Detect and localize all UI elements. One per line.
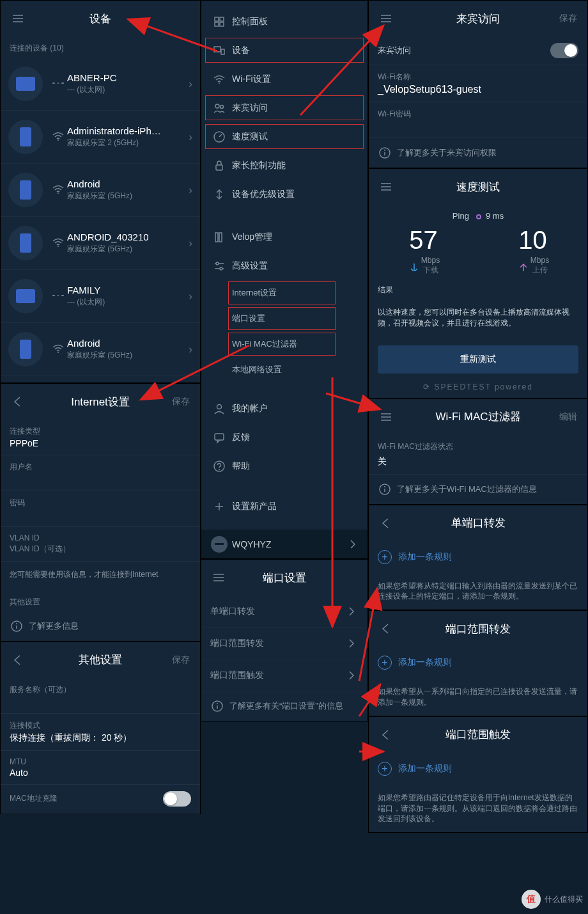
hamburger-icon[interactable] [379,410,393,424]
menu-item[interactable]: 设置新产品 [201,492,368,521]
hamburger-icon[interactable] [11,12,25,26]
plus-icon [206,500,232,514]
guest-learn-more[interactable]: 了解更多关于来宾访问权限 [369,138,587,168]
device-row[interactable]: Android家庭娱乐室 (5GHz) › [1,164,200,217]
menu-item[interactable]: 来宾访问 [201,93,368,122]
submenu-item[interactable]: Wi-Fi MAC过滤器 [201,331,368,357]
help-icon [206,459,232,473]
password-field[interactable]: 密码 [1,491,200,527]
menu-label: 控制面板 [232,16,268,28]
vlan-field[interactable]: VLAN ID VLAN ID（可选） [1,527,200,562]
hamburger-icon[interactable] [379,12,393,26]
info-icon [210,699,224,713]
service-name-field[interactable]: 服务名称（可选） [1,678,200,714]
submenu-item[interactable]: 本地网络设置 [201,357,368,382]
device-sub: 家庭娱乐室 (5GHz) [67,244,189,255]
back-icon[interactable] [379,516,393,530]
guest-toggle-label: 来宾访问 [378,45,411,56]
device-name: Android [67,338,189,349]
menu-label: 来宾访问 [232,102,268,114]
add-rule-button[interactable]: +添加一条规则 [369,753,587,785]
device-type-icon [8,173,43,207]
device-sub: 家庭娱乐室 2 (5GHz) [67,138,189,148]
device-row[interactable]: Administratorde-iPh…家庭娱乐室 2 (5GHz) › [1,111,200,164]
back-icon[interactable] [11,653,25,667]
device-row[interactable]: Android家庭娱乐室 (5GHz) › [1,323,200,376]
node-row[interactable]: WQYHYZ [201,530,368,558]
hamburger-icon[interactable] [212,571,226,585]
menu-item[interactable]: 控制面板 [201,7,368,36]
save-button[interactable]: 保存 [559,13,577,24]
add-rule-label: 添加一条规则 [398,551,452,563]
device-type-icon [8,67,43,101]
back-icon[interactable] [379,622,393,636]
menu-label: Wi-Fi设置 [232,74,271,85]
wifi-icon [49,182,67,198]
device-row[interactable]: ANDROID_403210家庭娱乐室 (5GHz) › [1,217,200,270]
menu-item[interactable]: 我的帐户 [201,394,368,423]
learn-more-internet[interactable]: 了解更多信息 [1,611,200,641]
other-settings-title: 其他设置 [79,652,122,667]
port-row[interactable]: 端口范围转发 [201,627,368,659]
plus-icon: + [378,550,392,564]
mac-learn-more[interactable]: 了解更多关于Wi-Fi MAC过滤器的信息 [369,475,587,504]
submenu-label: 端口设置 [232,313,265,324]
menu-label: 设备 [232,45,250,56]
connection-type-field[interactable]: 连接类型 PPPoE [1,420,200,455]
mtu-field[interactable]: MTU Auto [1,751,200,785]
mac-filter-status: Wi-Fi MAC过滤器状态 关 [369,435,587,475]
guest-access-title: 来宾访问 [456,12,500,26]
wifi-name-field[interactable]: Wi-Fi名称 _VelopSetup613-guest [369,65,587,102]
device-type-icon [8,332,43,366]
device-sub: --- (以太网) [67,84,189,95]
menu-item[interactable]: Velop管理 [201,223,368,251]
connection-mode-field[interactable]: 连接模式 保持连接（重拔周期： 20 秒） [1,714,200,751]
mac-clone-toggle[interactable] [163,791,191,807]
port-row[interactable]: 单端口转发 [201,595,368,627]
edit-button[interactable]: 编辑 [559,411,577,423]
menu-item[interactable]: 设备 [201,36,368,65]
submenu-item[interactable]: Internet设置 [201,280,368,306]
download-speed: 57 Mbps下载 [371,226,476,276]
device-row[interactable]: FAMILY--- (以太网) › [1,270,200,323]
device-name: ABNER-PC [67,72,189,83]
internet-settings-panel: Internet设置 保存 连接类型 PPPoE 用户名 密码 VLAN ID … [0,383,201,642]
menu-item[interactable]: 帮助 [201,452,368,480]
speed-icon [206,130,232,144]
menu-item[interactable]: 高级设置 [201,251,368,280]
device-type-icon [8,279,43,313]
add-rule-label: 添加一条规则 [398,763,452,775]
add-rule-button[interactable]: +添加一条规则 [369,647,587,679]
guest-toggle[interactable] [550,43,578,58]
port-row-label: 端口范围触发 [210,670,264,681]
wifi-icon [206,72,232,86]
submenu-item[interactable]: 端口设置 [201,306,368,331]
ethernet-icon [49,76,67,92]
port-settings-panel: 端口设置 单端口转发端口范围转发端口范围触发 了解更多有关“端口设置”的信息 [201,559,368,721]
info-icon [378,482,392,496]
menu-item[interactable]: 设备优先级设置 [201,180,368,209]
back-icon[interactable] [379,728,393,742]
retest-button[interactable]: 重新测试 [378,345,578,374]
dashboard-icon [206,15,232,29]
back-icon[interactable] [11,395,25,409]
save-button[interactable]: 保存 [172,654,190,666]
device-row[interactable]: ABNER-PC--- (以太网) › [1,58,200,111]
username-field[interactable]: 用户名 [1,455,200,491]
save-button[interactable]: 保存 [172,396,190,407]
pf-title: 单端口转发 [451,516,506,530]
device-sub: --- (以太网) [67,297,189,308]
pf-title: 端口范围触发 [445,727,511,742]
device-sub: 家庭娱乐室 (5GHz) [67,191,189,201]
menu-item[interactable]: 家长控制功能 [201,151,368,180]
hamburger-icon[interactable] [379,180,393,194]
menu-item[interactable]: Wi-Fi设置 [201,65,368,93]
wifi-password-field[interactable]: Wi-Fi密码 [369,102,587,138]
speed-test-title: 速度测试 [456,180,500,194]
menu-label: 反馈 [232,432,250,443]
menu-item[interactable]: 速度测试 [201,122,368,151]
menu-item[interactable]: 反馈 [201,423,368,452]
port-settings-hint[interactable]: 了解更多有关“端口设置”的信息 [201,691,368,721]
add-rule-button[interactable]: +添加一条规则 [369,541,587,573]
port-row[interactable]: 端口范围触发 [201,659,368,691]
